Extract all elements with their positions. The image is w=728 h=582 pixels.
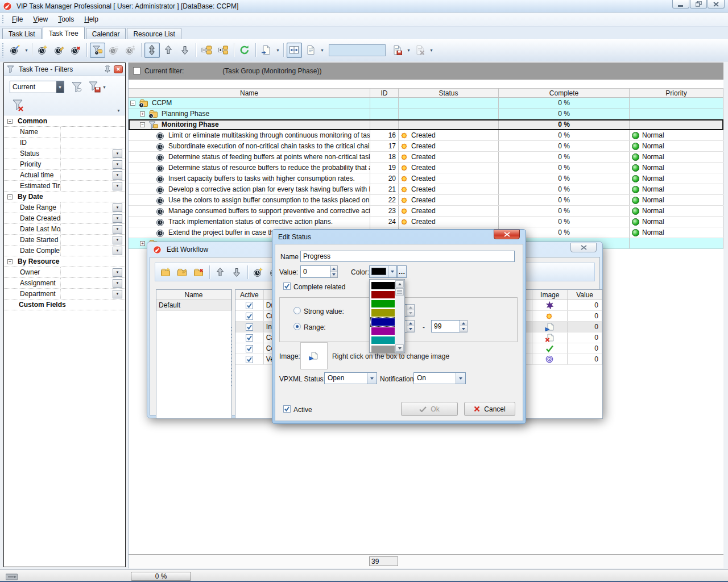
task-row[interactable]: Determine status of feeding buffers at p… xyxy=(129,152,723,163)
filters-close-button[interactable]: ✕ xyxy=(114,65,123,73)
filter-group-by-date[interactable]: −By Date xyxy=(4,192,125,202)
menu-view[interactable]: View xyxy=(28,14,53,25)
filter-group-common[interactable]: −Common xyxy=(4,116,125,127)
ok-button[interactable]: Ok xyxy=(401,402,458,416)
range-radio[interactable] xyxy=(293,323,301,330)
column-header-name[interactable]: Name xyxy=(129,89,370,97)
pin-icon[interactable] xyxy=(104,65,111,73)
collapse-icon[interactable]: − xyxy=(7,194,13,199)
filter-group-by-resource[interactable]: −By Resource xyxy=(4,256,125,267)
new-task-dropdown[interactable]: ▼ xyxy=(23,43,30,58)
palette-swatch[interactable] xyxy=(371,309,395,317)
scroll-down-icon[interactable] xyxy=(395,344,404,352)
refresh-button[interactable] xyxy=(237,43,253,58)
active-checkbox[interactable] xyxy=(246,313,253,320)
filter-field-status[interactable]: Status▼ xyxy=(4,148,125,159)
move-status-up-button[interactable] xyxy=(213,264,228,280)
edit-status-close-button[interactable] xyxy=(494,230,520,239)
close-button[interactable] xyxy=(708,0,725,9)
color-more-button[interactable]: … xyxy=(397,265,407,278)
export-button[interactable] xyxy=(259,43,274,58)
active-checkbox[interactable] xyxy=(246,302,253,309)
palette-swatch[interactable] xyxy=(371,346,395,353)
filter-field-actual-time[interactable]: Actual time▼ xyxy=(4,170,125,181)
filter-field-dropdown[interactable]: ▼ xyxy=(113,182,122,190)
expand-icon[interactable]: + xyxy=(140,111,145,117)
task-row[interactable]: +Planning Phase0 % xyxy=(129,109,723,119)
filter-field-dropdown[interactable]: ▼ xyxy=(113,236,122,244)
task-row[interactable]: Track implementation status of correctiv… xyxy=(129,217,723,227)
task-row[interactable]: −CCPM0 % xyxy=(129,98,723,109)
task-row[interactable]: Determine status of resource buffers to … xyxy=(129,163,723,173)
palette-swatch[interactable] xyxy=(371,300,395,307)
range-to-input[interactable] xyxy=(431,320,460,332)
task-notes-button[interactable] xyxy=(106,43,122,58)
restore-button[interactable] xyxy=(690,0,707,9)
palette-swatch[interactable] xyxy=(371,291,395,298)
task-row[interactable]: Use the colors to assign buffer consumpt… xyxy=(129,195,723,206)
status-image-box[interactable] xyxy=(300,342,328,369)
collapse-icon[interactable]: − xyxy=(7,119,13,124)
chevron-down-icon[interactable] xyxy=(388,266,396,277)
chevron-down-icon[interactable]: ▼ xyxy=(102,85,106,89)
filter-field-name[interactable]: Name xyxy=(4,127,125,138)
filter-field-dropdown[interactable]: ▼ xyxy=(113,160,122,169)
vpxml-status-combo[interactable]: Open xyxy=(324,372,377,384)
filter-tasks-button[interactable] xyxy=(90,43,105,58)
active-checkbox[interactable] xyxy=(246,323,253,331)
status-column-active[interactable]: Active xyxy=(235,290,264,300)
column-header-id[interactable]: ID xyxy=(370,89,399,97)
range-to-spinner[interactable] xyxy=(431,320,468,332)
filter-field-owner[interactable]: Owner▼ xyxy=(4,267,125,278)
clear-filter-button[interactable] xyxy=(10,97,28,114)
print-grid-dropdown[interactable]: ▼ xyxy=(319,43,325,58)
active-checkbox[interactable] xyxy=(246,334,253,342)
apply-filter-button[interactable] xyxy=(68,78,86,95)
spin-down-icon[interactable] xyxy=(460,326,467,332)
new-workflow-button[interactable] xyxy=(158,264,173,280)
filter-field-dropdown[interactable]: ▼ xyxy=(113,214,122,223)
delete-task-button[interactable] xyxy=(68,43,84,58)
chevron-down-icon[interactable]: ▼ xyxy=(56,81,64,93)
scroll-thumb[interactable] xyxy=(395,288,404,296)
filter-group-custom-fields[interactable]: Custom Fields xyxy=(4,300,125,310)
spin-up-icon[interactable] xyxy=(330,266,337,272)
status-column-image[interactable]: Image xyxy=(532,290,568,300)
spin-up-icon[interactable] xyxy=(460,321,467,326)
filter-field-date-started[interactable]: Date Started▼ xyxy=(4,235,125,246)
active-checkbox[interactable] xyxy=(246,356,253,363)
fit-columns-button[interactable] xyxy=(287,43,302,58)
collapse-icon[interactable]: − xyxy=(7,259,13,264)
menu-file[interactable]: File xyxy=(7,14,28,25)
complete-related-checkbox[interactable] xyxy=(283,282,291,290)
move-status-down-button[interactable] xyxy=(229,264,245,280)
filter-field-dropdown[interactable]: ▼ xyxy=(113,171,122,180)
chevron-down-icon[interactable]: ▼ xyxy=(117,109,121,113)
active-checkbox[interactable] xyxy=(246,345,253,352)
filter-field-dropdown[interactable]: ▼ xyxy=(113,268,122,277)
value-input[interactable] xyxy=(300,265,330,278)
palette-swatch[interactable] xyxy=(371,318,395,326)
filter-preset-combo[interactable]: Current ▼ xyxy=(10,81,64,93)
delete-report-dropdown[interactable]: ▼ xyxy=(428,43,435,58)
filter-field-id[interactable]: ID xyxy=(4,138,125,148)
status-column-value[interactable]: Value xyxy=(568,290,602,300)
chevron-down-icon[interactable] xyxy=(367,373,377,384)
delete-report-button[interactable] xyxy=(412,43,428,58)
status-name-input[interactable] xyxy=(300,251,515,262)
cancel-button[interactable]: Cancel xyxy=(464,402,515,416)
palette-swatch[interactable] xyxy=(371,282,395,289)
edit-workflow-close-button[interactable] xyxy=(570,243,597,252)
column-header-status[interactable]: Status xyxy=(399,89,499,97)
filter-field-date-completed[interactable]: Date Completed▼ xyxy=(4,246,125,256)
expand-icon[interactable]: + xyxy=(140,241,145,246)
tab-resource-list[interactable]: Resource List xyxy=(127,28,181,39)
tab-calendar[interactable]: Calendar xyxy=(86,28,126,39)
export-dropdown[interactable]: ▼ xyxy=(275,43,281,58)
task-row[interactable]: Insert capacity buffers to tasks with hi… xyxy=(129,173,723,184)
notification-combo[interactable]: On xyxy=(413,372,466,384)
expand-all-button[interactable] xyxy=(216,43,231,58)
value-spinner[interactable] xyxy=(300,265,338,278)
tab-task-tree[interactable]: Task Tree xyxy=(43,27,85,39)
workflow-row[interactable]: Default xyxy=(156,300,231,311)
